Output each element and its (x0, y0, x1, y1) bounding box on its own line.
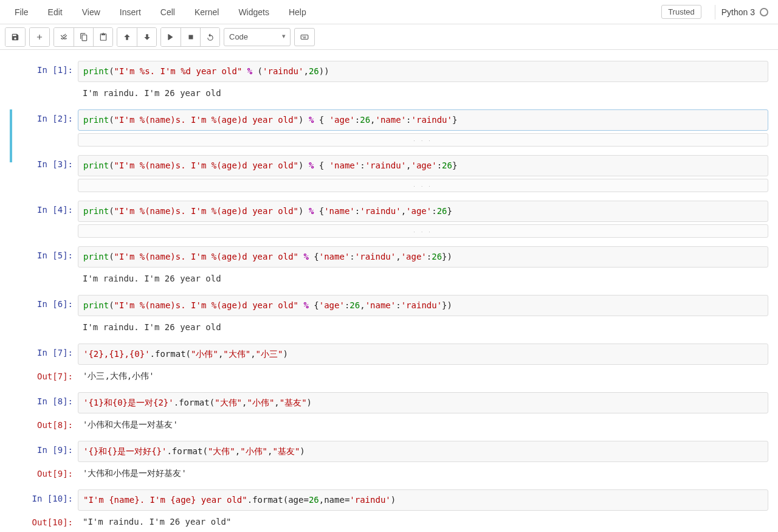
code-input[interactable]: '{}和{}是一对好{}'.format("大伟","小伟","基友") (78, 441, 768, 462)
menu-edit[interactable]: Edit (38, 7, 72, 17)
menu-file[interactable]: File (5, 7, 38, 17)
in-prompt: In [2]: (11, 109, 78, 123)
menu-help[interactable]: Help (279, 7, 316, 17)
output-text: I'm raindu. I'm 26 year old (78, 270, 768, 286)
code-cell[interactable]: In [8]:'{1}和{0}是一对{2}'.format("大伟","小伟",… (9, 392, 769, 432)
paste-button[interactable] (93, 28, 112, 46)
code-cell[interactable]: In [3]:print("I'm %(name)s. I'm %(age)d … (9, 155, 769, 192)
code-input[interactable]: print("I'm %(name)s. I'm %(age)d year ol… (78, 155, 768, 176)
svg-rect-0 (188, 35, 193, 39)
stop-button[interactable] (181, 28, 200, 46)
code-input[interactable]: print("I'm %s. I'm %d year old" % ('rain… (78, 61, 768, 82)
command-palette-button[interactable] (294, 28, 315, 46)
notebook-area[interactable]: In [1]:print("I'm %s. I'm %d year old" %… (0, 50, 778, 532)
output-text: '小伟和大伟是一对基友' (78, 416, 768, 432)
toolbar: Code (0, 24, 778, 50)
out-prompt (11, 319, 78, 323)
code-cell[interactable]: In [6]:print("I'm %(name)s. I'm %(age)d … (9, 295, 769, 335)
output-collapsed[interactable]: . . . (78, 224, 768, 238)
out-prompt: Out[9]: (11, 465, 78, 478)
code-cell[interactable]: In [10]:"I'm {name}. I'm {age} year old"… (9, 489, 769, 530)
out-prompt (11, 270, 78, 274)
in-prompt: In [3]: (11, 155, 78, 169)
copy-button[interactable] (74, 28, 93, 46)
code-input[interactable]: print("I'm %(name)s. I'm %(age)d year ol… (78, 109, 768, 131)
menu-widgets[interactable]: Widgets (229, 7, 279, 17)
code-cell[interactable]: In [4]:print("I'm %(name)s. I'm %(age)d … (9, 201, 769, 238)
output-collapsed[interactable]: . . . (78, 133, 768, 147)
in-prompt: In [1]: (11, 61, 78, 75)
kernel-status-icon (760, 8, 768, 16)
menu-kernel[interactable]: Kernel (185, 7, 229, 17)
out-prompt: Out[7]: (11, 367, 78, 381)
kernel-name[interactable]: Python 3 (721, 7, 755, 17)
trusted-badge[interactable]: Trusted (661, 5, 701, 19)
output-text: I'm raindu. I'm 26 year old (78, 319, 768, 335)
code-input[interactable]: print("I'm %(name)s. I'm %(age)d year ol… (78, 295, 768, 316)
in-prompt: In [10]: (11, 489, 78, 503)
output-text: "I'm raindu. I'm 26 year old" (78, 513, 768, 530)
code-input[interactable]: print("I'm %(name)s. I'm %(age)d year ol… (78, 201, 768, 222)
code-cell[interactable]: In [2]:print("I'm %(name)s. I'm %(age)d … (9, 109, 769, 147)
in-prompt: In [5]: (11, 246, 78, 260)
code-cell[interactable]: In [9]:'{}和{}是一对好{}'.format("大伟","小伟","基… (9, 441, 769, 481)
code-input[interactable]: print("I'm %(name)s. I'm %(age)d year ol… (78, 246, 768, 268)
out-prompt: Out[10]: (11, 513, 78, 527)
cell-type-select[interactable]: Code (224, 28, 291, 46)
menubar: File Edit View Insert Cell Kernel Widget… (0, 0, 778, 24)
code-cell[interactable]: In [7]:'{2},{1},{0}'.format("小伟","大伟","小… (9, 344, 769, 384)
in-prompt: In [7]: (11, 344, 78, 358)
code-input[interactable]: "I'm {name}. I'm {age} year old".format(… (78, 489, 768, 511)
move-up-button[interactable] (117, 28, 137, 46)
add-cell-button[interactable] (30, 28, 49, 46)
save-button[interactable] (5, 28, 25, 46)
output-text: '大伟和小伟是一对好基友' (78, 465, 768, 481)
move-down-button[interactable] (137, 28, 156, 46)
out-prompt: Out[8]: (11, 416, 78, 430)
menu-cell[interactable]: Cell (151, 7, 185, 17)
out-prompt (11, 85, 78, 89)
kernel-info: Python 3 (721, 7, 773, 17)
in-prompt: In [8]: (11, 392, 78, 406)
output-text: '小三,大伟,小伟' (78, 367, 768, 384)
output-collapsed[interactable]: . . . (78, 179, 768, 192)
menu-view[interactable]: View (72, 7, 110, 17)
divider (715, 5, 715, 19)
code-input[interactable]: '{1}和{0}是一对{2}'.format("大伟","小伟","基友") (78, 392, 768, 413)
run-button[interactable] (161, 28, 181, 46)
code-cell[interactable]: In [1]:print("I'm %s. I'm %d year old" %… (9, 61, 769, 101)
restart-button[interactable] (200, 28, 219, 46)
code-input[interactable]: '{2},{1},{0}'.format("小伟","大伟","小三") (78, 344, 768, 365)
cut-button[interactable] (54, 28, 74, 46)
output-text: I'm raindu. I'm 26 year old (78, 85, 768, 101)
svg-rect-1 (301, 35, 308, 39)
menu-insert[interactable]: Insert (110, 7, 151, 17)
in-prompt: In [9]: (11, 441, 78, 455)
in-prompt: In [4]: (11, 201, 78, 215)
code-cell[interactable]: In [5]:print("I'm %(name)s. I'm %(age)d … (9, 246, 769, 286)
in-prompt: In [6]: (11, 295, 78, 309)
